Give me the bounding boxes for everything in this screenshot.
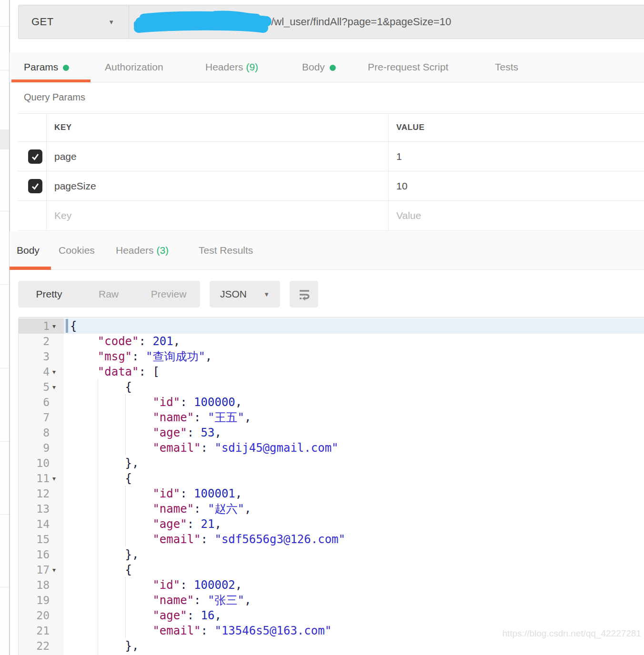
line-number: 22 xyxy=(19,640,52,652)
view-mode-preview[interactable]: Preview xyxy=(137,288,200,300)
line-number: 1 xyxy=(19,320,52,332)
code-line-22: }, xyxy=(64,638,644,654)
table-header-row: KEY VALUE xyxy=(18,114,644,142)
tab-authorization[interactable]: Authorization xyxy=(105,61,163,73)
line-number: 9 xyxy=(19,442,52,454)
url-text: 3/wl_user/findAll?page=1&pageSize=10 xyxy=(265,16,451,28)
gutter-row: 11▾ xyxy=(19,471,64,486)
indent-guide xyxy=(125,486,126,547)
code-line-6: "id": 100000, xyxy=(64,395,644,410)
code-line-18: "id": 100002, xyxy=(64,577,644,593)
request-bar: GET ▼ 3/wl_user/findAll?page=1&pageSize=… xyxy=(18,5,644,39)
code-line-17: { xyxy=(64,562,644,577)
tab-cookies[interactable]: Cookies xyxy=(59,245,95,256)
language-select[interactable]: JSON ▼ xyxy=(210,281,280,308)
fold-arrow-icon[interactable]: ▾ xyxy=(52,383,64,391)
line-number: 7 xyxy=(19,411,52,424)
tab-test-results[interactable]: Test Results xyxy=(199,245,253,256)
gutter-row: 13 xyxy=(19,501,64,516)
code-line-9: "email": "sdij45@gmail.com" xyxy=(64,440,644,456)
line-number: 2 xyxy=(19,335,52,347)
method-select[interactable]: GET ▼ xyxy=(19,5,129,39)
text-cursor xyxy=(66,319,68,333)
code-line-15: "email": "sdf5656g3@126.com" xyxy=(64,532,644,547)
code-line-12: "id": 100001, xyxy=(64,486,644,501)
gutter-row: 14 xyxy=(19,516,64,532)
fold-arrow-icon[interactable]: ▾ xyxy=(52,475,64,482)
key-input-placeholder[interactable]: Key xyxy=(47,201,389,230)
tab-params[interactable]: Params xyxy=(24,61,69,73)
line-number: 13 xyxy=(19,503,52,515)
param-checkbox[interactable] xyxy=(28,149,42,164)
gutter-row: 10 xyxy=(19,456,64,471)
response-tabs: BodyCookiesHeaders(3)Test Results xyxy=(10,231,644,270)
line-number: 14 xyxy=(19,518,52,530)
wrap-text-icon xyxy=(296,287,312,301)
tab-count-badge: (3) xyxy=(156,245,169,256)
chevron-down-icon: ▼ xyxy=(108,19,114,26)
indent-guide xyxy=(125,395,126,456)
gutter-row: 9 xyxy=(19,440,64,456)
gutter-row: 8 xyxy=(19,425,64,440)
response-body-editor[interactable]: 1▾234▾5▾67891011▾121314151617▾1819202122… xyxy=(18,317,644,655)
code-line-5: { xyxy=(64,379,644,395)
gutter-row: 22 xyxy=(19,638,64,654)
query-params-table: KEY VALUE page1pageSize10 Key Value xyxy=(18,113,644,231)
fold-arrow-icon[interactable]: ▾ xyxy=(52,322,64,330)
param-key[interactable]: page xyxy=(47,142,389,171)
param-value[interactable]: 1 xyxy=(389,151,644,162)
line-number: 19 xyxy=(19,594,52,606)
tab-label: Headers xyxy=(205,61,243,72)
line-number: 11 xyxy=(19,472,52,485)
line-number: 3 xyxy=(19,350,52,363)
tab-count-badge: (9) xyxy=(246,61,258,72)
fold-arrow-icon[interactable]: ▾ xyxy=(52,368,64,376)
tab-label: Headers xyxy=(116,245,153,256)
tab-label: Tests xyxy=(495,61,518,72)
line-number: 17 xyxy=(19,564,52,576)
tab-label: Pre-request Script xyxy=(368,61,448,72)
table-row: page1 xyxy=(18,142,644,171)
line-number: 18 xyxy=(19,579,52,591)
view-mode-pretty[interactable]: Pretty xyxy=(18,288,80,300)
tab-body[interactable]: Body xyxy=(17,245,40,256)
line-number: 4 xyxy=(19,366,52,378)
gutter-row: 19 xyxy=(19,593,64,608)
line-number: 5 xyxy=(19,381,52,393)
gutter-row: 20 xyxy=(19,608,64,623)
tab-body[interactable]: Body xyxy=(302,61,336,73)
green-dot-icon xyxy=(63,65,69,71)
tab-headers[interactable]: Headers(3) xyxy=(116,245,169,256)
param-value[interactable]: 10 xyxy=(389,180,644,192)
url-input[interactable]: 3/wl_user/findAll?page=1&pageSize=10 xyxy=(129,5,644,39)
fold-arrow-icon[interactable]: ▾ xyxy=(52,566,64,574)
request-tabs: ParamsAuthorizationHeaders(9)BodyPre-req… xyxy=(10,52,644,82)
gutter-row: 1▾ xyxy=(19,318,64,334)
param-key[interactable]: pageSize xyxy=(47,171,389,200)
view-mode-raw[interactable]: Raw xyxy=(80,288,137,300)
gutter-row: 5▾ xyxy=(19,379,64,395)
code-line-13: "name": "赵六", xyxy=(64,501,644,516)
tab-label: Cookies xyxy=(59,245,95,256)
language-label: JSON xyxy=(220,288,247,300)
tab-headers[interactable]: Headers(9) xyxy=(205,61,258,73)
query-params-heading: Query Params xyxy=(24,92,85,103)
gutter-row: 2 xyxy=(19,334,64,349)
gutter-row: 4▾ xyxy=(19,364,64,379)
wrap-text-button[interactable] xyxy=(290,281,318,308)
tab-tests[interactable]: Tests xyxy=(495,61,518,73)
watermark: https://blog.csdn.net/qq_42227281 xyxy=(502,628,641,639)
tab-label: Test Results xyxy=(199,245,253,256)
code-line-8: "age": 53, xyxy=(64,425,644,440)
code-line-19: "name": "张三", xyxy=(64,593,644,608)
check-icon xyxy=(30,152,40,161)
column-header-value: VALUE xyxy=(389,123,644,132)
code-line-14: "age": 21, xyxy=(64,516,644,532)
column-header-key: KEY xyxy=(47,114,389,141)
tab-pre-request-script[interactable]: Pre-request Script xyxy=(368,61,448,73)
line-number: 15 xyxy=(19,533,52,546)
editor-gutter: 1▾234▾5▾67891011▾121314151617▾1819202122 xyxy=(19,318,64,655)
value-input-placeholder[interactable]: Value xyxy=(389,210,644,221)
param-checkbox[interactable] xyxy=(28,179,42,193)
url-redaction-scribble xyxy=(134,7,272,38)
